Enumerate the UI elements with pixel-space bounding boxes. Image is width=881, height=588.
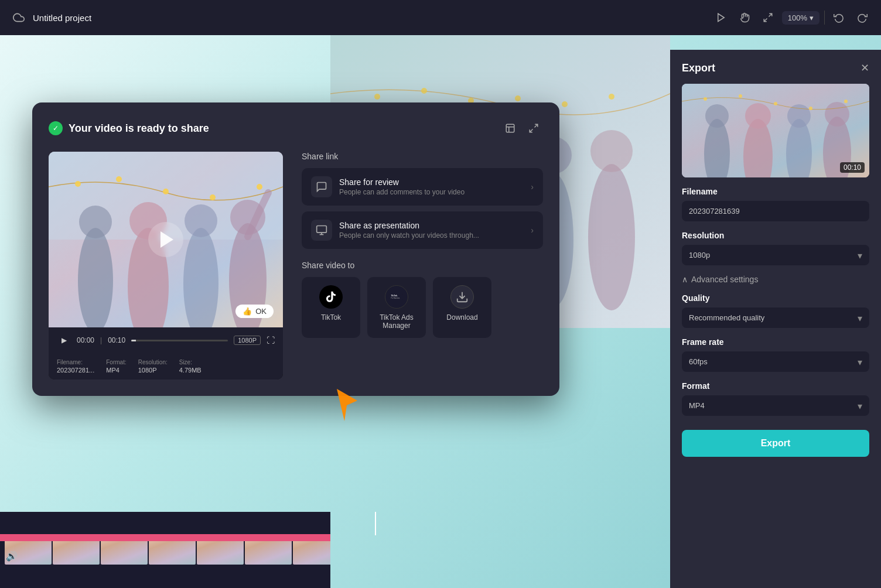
resolution-label: Resolution: <box>138 359 168 365</box>
tiktok-button[interactable]: TikTok <box>302 277 360 338</box>
tiktok-ads-label: TikTok Ads Manager <box>373 313 420 330</box>
svg-point-37 <box>257 184 262 190</box>
video-thumbnail: 👍 OK <box>49 152 283 327</box>
export-title: Export <box>682 62 715 74</box>
filename-input[interactable] <box>682 201 869 221</box>
feedback-button[interactable] <box>501 119 520 138</box>
svg-rect-18 <box>506 124 514 132</box>
topbar-center: 100% ▾ <box>712 8 872 27</box>
progress-bar[interactable] <box>131 340 228 341</box>
export-header: Export ✕ <box>682 61 869 74</box>
share-video-title: Share video to <box>302 261 543 270</box>
play-button[interactable] <box>148 222 183 257</box>
tiktok-ads-button[interactable]: TikTok. For Business TikTok Ads Manager <box>367 277 426 338</box>
advanced-settings-label: Advanced settings <box>691 275 758 284</box>
video-controls-bar: ▶ 00:00 | 00:10 1080P ⛶ <box>49 327 283 353</box>
share-presentation-text: Share as presentation People can only wa… <box>339 221 524 240</box>
advanced-settings-row[interactable]: ∧ Advanced settings <box>682 275 869 284</box>
share-presentation-option[interactable]: Share as presentation People can only wa… <box>302 211 543 249</box>
tiktok-label: TikTok <box>321 313 341 322</box>
meta-format: Format: MP4 <box>106 359 126 374</box>
share-platforms: TikTok TikTok. For Business TikTok Ads M… <box>302 277 543 338</box>
framerate-select-wrapper: 24fps 30fps 60fps ▾ <box>682 351 869 372</box>
quality-select[interactable]: Recommended quality High Medium Low <box>682 307 869 328</box>
share-presentation-desc: People can only watch your videos throug… <box>339 231 524 240</box>
modal-header: ✓ Your video is ready to share <box>49 119 543 138</box>
download-button[interactable]: Download <box>433 277 491 338</box>
svg-point-35 <box>163 189 169 194</box>
svg-point-33 <box>75 181 81 187</box>
topbar-left: Untitled project <box>9 8 705 27</box>
export-duration: 00:10 <box>840 162 865 173</box>
share-for-review-option[interactable]: Share for review People can add comments… <box>302 168 543 206</box>
play-icon <box>161 231 173 248</box>
fit-button[interactable] <box>759 8 777 27</box>
svg-point-5 <box>421 88 427 94</box>
tiktok-ads-icon: TikTok. For Business <box>385 285 408 309</box>
zoom-control[interactable]: 100% ▾ <box>782 11 819 25</box>
share-review-text: Share for review People can add comments… <box>339 177 524 196</box>
svg-point-54 <box>825 102 849 127</box>
framerate-select[interactable]: 24fps 30fps 60fps <box>682 351 869 372</box>
share-review-title: Share for review <box>339 177 524 187</box>
svg-point-16 <box>588 164 635 310</box>
svg-rect-38 <box>317 226 327 233</box>
svg-marker-45 <box>337 389 357 421</box>
download-icon <box>450 285 474 309</box>
share-presentation-title: Share as presentation <box>339 221 524 230</box>
share-presentation-arrow: › <box>531 225 534 235</box>
svg-point-17 <box>590 130 633 172</box>
quality-field-label: Quality <box>682 293 869 303</box>
resolution-select-wrapper: 720p 1080p 4K ▾ <box>682 245 869 265</box>
quality-select-wrapper: Recommended quality High Medium Low ▾ <box>682 307 869 328</box>
hand-tool-button[interactable] <box>735 8 754 27</box>
svg-point-59 <box>844 100 848 103</box>
export-button[interactable]: Export <box>682 430 869 457</box>
resolution-select[interactable]: 720p 1080p 4K <box>682 245 869 265</box>
undo-button[interactable] <box>829 8 848 27</box>
svg-point-52 <box>787 104 811 128</box>
ok-label: OK <box>255 307 267 316</box>
meta-size: Size: 4.79MB <box>179 359 202 374</box>
format-label: Format: <box>106 359 126 365</box>
export-close-button[interactable]: ✕ <box>860 61 869 74</box>
meta-filename: Filename: 202307281... <box>57 359 94 374</box>
video-meta: Filename: 202307281... Format: MP4 Resol… <box>49 353 283 380</box>
video-play-button[interactable]: ▶ <box>57 333 71 347</box>
svg-point-50 <box>745 103 771 129</box>
format-select-wrapper: MP4 MOV AVI ▾ <box>682 395 869 416</box>
svg-point-56 <box>739 94 742 98</box>
redo-button[interactable] <box>853 8 872 27</box>
resolution-field-label: Resolution <box>682 231 869 240</box>
framerate-field-label: Frame rate <box>682 337 869 347</box>
filename-field-label: Filename <box>682 187 869 196</box>
play-mode-button[interactable] <box>712 8 730 27</box>
thumbs-up-icon: 👍 <box>243 307 252 316</box>
tiktok-icon <box>319 285 343 309</box>
volume-button[interactable]: 🔊 <box>6 551 18 562</box>
bottom-strip <box>0 512 330 588</box>
share-review-desc: People can add comments to your video <box>339 188 524 196</box>
share-review-icon <box>311 176 332 197</box>
success-icon: ✓ <box>49 121 63 135</box>
video-preview: 👍 OK ▶ 00:00 | 00:10 1080P ⛶ Filename: 2… <box>49 152 283 380</box>
fullscreen-button[interactable]: ⛶ <box>267 336 275 345</box>
svg-point-57 <box>774 102 777 105</box>
quality-badge: 1080P <box>234 336 261 345</box>
share-presentation-icon <box>311 220 332 241</box>
like-badge: 👍 OK <box>235 305 274 318</box>
timeline-track[interactable] <box>0 534 330 541</box>
svg-point-4 <box>374 94 380 100</box>
advanced-chevron-icon: ∧ <box>682 275 688 284</box>
cloud-icon[interactable] <box>9 8 28 27</box>
zoom-chevron: ▾ <box>810 13 814 22</box>
zoom-value: 100% <box>788 13 807 22</box>
format-select[interactable]: MP4 MOV AVI <box>682 395 869 416</box>
svg-point-30 <box>185 204 217 237</box>
size-value: 4.79MB <box>179 367 202 374</box>
meta-resolution: Resolution: 1080P <box>138 359 168 374</box>
share-link-title: Share link <box>302 152 543 161</box>
expand-button[interactable] <box>524 119 543 138</box>
svg-point-8 <box>562 101 568 107</box>
share-video-section: Share video to TikTok <box>302 261 543 338</box>
